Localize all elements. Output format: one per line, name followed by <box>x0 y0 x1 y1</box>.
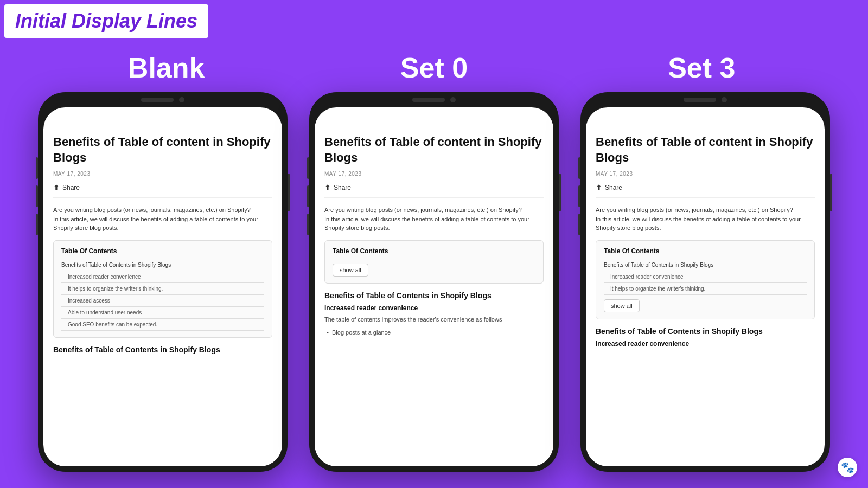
share-btn-blank[interactable]: ⬆ Share <box>53 183 272 198</box>
share-label-set3: Share <box>605 184 622 191</box>
phone-notch-set0 <box>391 92 477 107</box>
bullet-item-set0: Blog posts at a glance <box>324 328 544 337</box>
side-btn-3s0 <box>307 214 309 235</box>
section-heading-set3: Benefits of Table of Contents in Shopify… <box>596 327 815 336</box>
column-labels: Blank Set 0 Set 3 <box>0 52 868 84</box>
speaker-icon <box>141 98 174 102</box>
side-buttons-right <box>288 174 290 211</box>
section-subheading-set0: Increased reader convenience <box>324 304 544 312</box>
side-buttons-left-set0 <box>307 157 309 235</box>
side-btn-2s0 <box>307 185 309 207</box>
show-all-btn-set3[interactable]: show all <box>604 299 640 312</box>
side-btn-1s3 <box>578 157 580 179</box>
toc-item-s3-1[interactable]: Benefits of Table of Contents in Shopify… <box>604 259 807 271</box>
phone-screen-set3: Benefits of Table of content in Shopify … <box>586 107 825 466</box>
toc-item-2[interactable]: Increased reader convenience <box>61 271 264 283</box>
toc-title-set0: Table Of Contents <box>333 247 535 255</box>
side-btn-right-set0 <box>559 174 561 211</box>
blog-intro-blank: Are you writing blog posts (or news, jou… <box>53 206 272 233</box>
page-title: Initial Display Lines <box>15 10 197 33</box>
toc-box-set3: Table Of Contents Benefits of Table of C… <box>596 240 815 319</box>
side-btn-1s0 <box>307 157 309 179</box>
side-buttons-right-set3 <box>830 174 832 211</box>
share-btn-set3[interactable]: ⬆ Share <box>596 183 815 198</box>
phone-notch-blank <box>119 92 206 107</box>
phone-blank: Benefits of Table of content in Shopify … <box>38 92 288 472</box>
section-heading-set0: Benefits of Table of Contents in Shopify… <box>324 291 544 300</box>
section-subheading-set3: Increased reader convenience <box>596 340 815 348</box>
side-buttons-left-set3 <box>578 157 580 235</box>
share-icon-set3: ⬆ <box>596 183 602 192</box>
side-btn-2 <box>36 185 38 207</box>
screen-content-set3: Benefits of Table of content in Shopify … <box>586 107 825 466</box>
blog-title-blank: Benefits of Table of content in Shopify … <box>53 134 272 165</box>
share-btn-set0[interactable]: ⬆ Share <box>324 183 544 198</box>
phone-set0: Benefits of Table of content in Shopify … <box>309 92 559 472</box>
side-btn-1 <box>36 157 38 179</box>
shopify-link-set0[interactable]: Shopify <box>499 207 519 213</box>
side-btn-right <box>288 174 290 211</box>
toc-box-blank: Table Of Contents Benefits of Table of C… <box>53 240 272 338</box>
blog-date-set0: MAY 17, 2023 <box>324 171 544 177</box>
blog-title-set3: Benefits of Table of content in Shopify … <box>596 134 815 165</box>
phone-screen-set0: Benefits of Table of content in Shopify … <box>315 107 553 466</box>
screen-content-set0: Benefits of Table of content in Shopify … <box>315 107 553 466</box>
phone-notch-set3 <box>662 92 749 107</box>
cursor-icon: 🐾 <box>838 458 857 477</box>
toc-item-s3-2[interactable]: Increased reader convenience <box>604 271 807 283</box>
camera-icon-set0 <box>450 97 456 102</box>
side-btn-2s3 <box>578 185 580 207</box>
toc-item-1[interactable]: Benefits of Table of Contents in Shopify… <box>61 259 264 271</box>
side-btn-3s3 <box>578 214 580 235</box>
camera-icon-set3 <box>722 97 727 102</box>
show-all-btn-set0[interactable]: show all <box>333 264 368 277</box>
camera-icon <box>179 97 184 102</box>
col-label-set3: Set 3 <box>568 52 835 84</box>
toc-item-5[interactable]: Able to understand user needs <box>61 307 264 319</box>
blog-date-set3: MAY 17, 2023 <box>596 171 815 177</box>
title-banner: Initial Display Lines <box>4 4 208 38</box>
share-icon-set0: ⬆ <box>324 183 331 192</box>
toc-item-s3-3[interactable]: It helps to organize the writer's thinki… <box>604 283 807 295</box>
share-label-blank: Share <box>62 184 80 191</box>
toc-item-3[interactable]: It helps to organize the writer's thinki… <box>61 283 264 295</box>
side-buttons-left <box>36 157 38 235</box>
phone-screen-blank: Benefits of Table of content in Shopify … <box>43 107 282 466</box>
screen-content-blank: Benefits of Table of content in Shopify … <box>43 107 282 466</box>
phone-set3: Benefits of Table of content in Shopify … <box>580 92 830 472</box>
speaker-icon-set3 <box>684 98 716 102</box>
phones-container: Benefits of Table of content in Shopify … <box>0 92 868 488</box>
col-label-blank: Blank <box>33 52 300 84</box>
blog-title-set0: Benefits of Table of content in Shopify … <box>324 134 544 165</box>
section-heading-blank: Benefits of Table of Contents in Shopify… <box>53 345 272 354</box>
toc-item-6[interactable]: Good SEO benefits can be expected. <box>61 319 264 331</box>
side-buttons-right-set0 <box>559 174 561 211</box>
shopify-link-set3[interactable]: Shopify <box>770 207 790 213</box>
side-btn-3 <box>36 214 38 235</box>
toc-box-set0: Table Of Contents show all <box>324 240 544 284</box>
speaker-icon-set0 <box>412 98 445 102</box>
blog-date-blank: MAY 17, 2023 <box>53 171 272 177</box>
blog-intro-set0: Are you writing blog posts (or news, jou… <box>324 206 544 233</box>
toc-title-set3: Table Of Contents <box>604 247 807 255</box>
side-btn-right-set3 <box>830 174 832 211</box>
toc-title-blank: Table Of Contents <box>61 247 264 255</box>
blog-intro-set3: Are you writing blog posts (or news, jou… <box>596 206 815 233</box>
share-icon: ⬆ <box>53 183 60 192</box>
section-text-set0: The table of contents improves the reade… <box>324 315 544 324</box>
toc-item-4[interactable]: Increased access <box>61 295 264 307</box>
share-label-set0: Share <box>334 184 351 191</box>
col-label-set0: Set 0 <box>300 52 567 84</box>
shopify-link-blank[interactable]: Shopify <box>227 207 247 213</box>
